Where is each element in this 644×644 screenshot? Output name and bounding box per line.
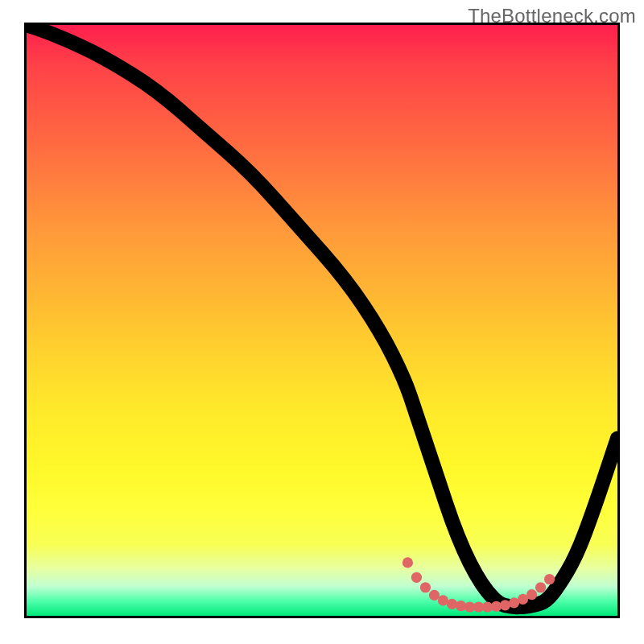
optimal-marker xyxy=(544,574,555,584)
plot-area xyxy=(24,23,620,618)
optimal-marker xyxy=(402,557,413,568)
optimal-marker xyxy=(447,599,457,609)
curve-svg xyxy=(27,25,617,616)
optimal-marker xyxy=(411,572,422,583)
optimal-marker xyxy=(429,590,440,601)
optimal-marker xyxy=(535,582,546,592)
optimal-marker xyxy=(420,582,431,592)
optimal-marker xyxy=(526,589,537,600)
bottleneck-chart: TheBottleneck.com xyxy=(0,0,644,644)
bottleneck-curve xyxy=(27,25,617,607)
